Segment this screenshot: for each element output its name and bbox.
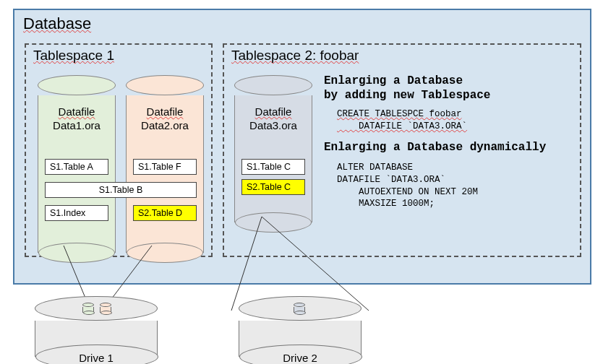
database-container: Database Tablespace 1 Datafile Data1.ora… [13, 9, 591, 285]
table-s1-f: S1.Table F [133, 159, 197, 175]
table-s1-c: S1.Table C [241, 159, 305, 175]
drive-1-df1-icon [82, 303, 94, 313]
heading-enlarge-tablespace: Enlarging a Database by adding new Table… [324, 74, 574, 103]
tablespace-1: Tablespace 1 Datafile Data1.ora Datafile… [25, 43, 213, 257]
drive-1: Drive 1 [35, 296, 158, 357]
tablespace-1-title: Tablespace 1 [26, 45, 211, 65]
drive-2-df3-icon [294, 303, 305, 313]
tablespace-2: Tablespace 2: foobar Datafile Data3.ora … [223, 43, 581, 257]
drive-1-df2-icon [100, 303, 111, 313]
table-s1-index: S1.Index [45, 205, 108, 221]
table-s2-d: S2.Table D [133, 205, 197, 221]
tablespace-2-title: Tablespace 2: foobar [224, 45, 580, 65]
datafile-3-label: Datafile Data3.ora [235, 95, 312, 133]
drive-1-label: Drive 1 [35, 352, 158, 364]
code-create-tablespace: CREATE TABLESPCE foobar DATAFILE `DATA3.… [337, 108, 574, 133]
drive-2-label: Drive 2 [239, 352, 362, 364]
table-s2-c: S2.Table C [241, 179, 305, 195]
table-s1-b: S1.Table B [45, 182, 197, 198]
datafile-3: Datafile Data3.ora [234, 75, 312, 222]
code-alter-database: ALTER DATABASE DATAFILE `DATA3.ORA` AUTO… [337, 162, 574, 211]
database-title: Database [14, 10, 590, 36]
table-s1-a: S1.Table A [45, 159, 108, 175]
datafile-1-label: Datafile Data1.ora [38, 95, 115, 133]
heading-enlarge-dynamic: Enlarging a Database dynamically [324, 140, 574, 155]
datafile-2-label: Datafile Data2.ora [127, 95, 203, 133]
